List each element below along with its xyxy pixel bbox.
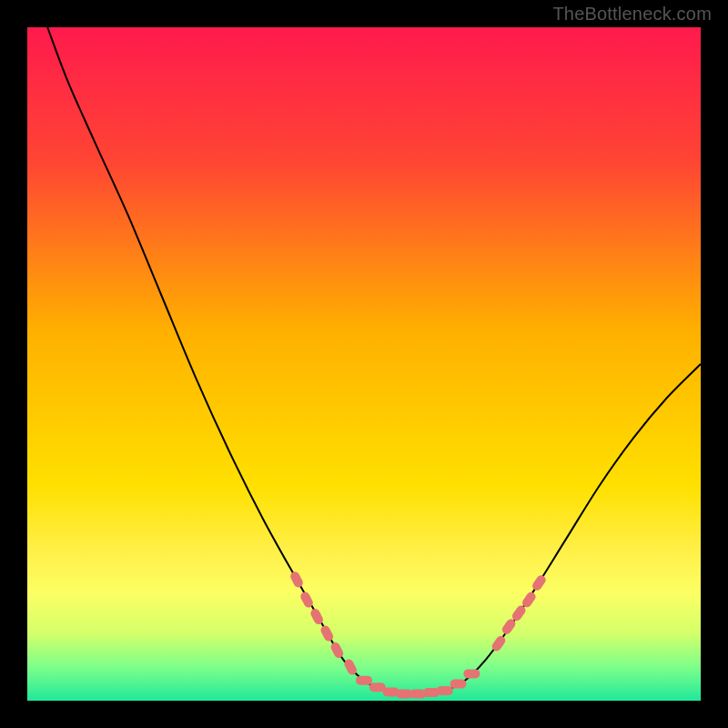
watermark-label: TheBottleneck.com (552, 4, 712, 25)
highlight-marker (437, 686, 453, 695)
highlight-marker (450, 680, 467, 689)
plot-area (27, 27, 701, 701)
chart-container: TheBottleneck.com (0, 0, 728, 728)
chart-svg (27, 27, 701, 701)
highlight-marker (356, 676, 372, 685)
gradient-background (27, 27, 701, 701)
highlight-marker (463, 669, 480, 678)
